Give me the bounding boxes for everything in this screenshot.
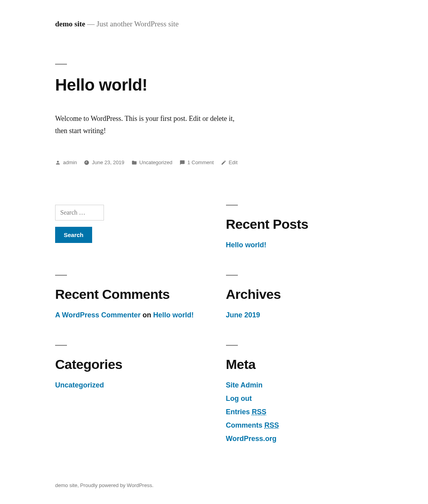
entries-rss-link[interactable]: Entries RSS: [226, 408, 267, 416]
footer-credit-link[interactable]: Proudly powered by WordPress.: [80, 482, 154, 488]
comment-icon: [180, 160, 185, 165]
on-text: on: [143, 311, 153, 319]
list-item: June 2019: [226, 310, 373, 321]
list-item: Log out: [226, 393, 373, 404]
recent-post-link[interactable]: Hello world!: [226, 241, 267, 249]
clock-icon: [84, 160, 89, 165]
tagline-separator: —: [87, 20, 96, 28]
search-input[interactable]: [55, 205, 104, 220]
post-title: Hello world!: [55, 76, 373, 94]
post: Hello world! Welcome to WordPress. This …: [55, 64, 373, 165]
widget-separator: [226, 345, 238, 346]
search-widget: Search: [55, 205, 202, 253]
categories-widget: Categories Uncategorized: [55, 345, 202, 447]
post-title-link[interactable]: Hello world!: [55, 76, 147, 94]
footer-separator: ,: [77, 482, 80, 488]
widget-separator: [226, 275, 238, 276]
rss-abbr: RSS: [252, 408, 267, 416]
person-icon: [55, 160, 61, 165]
comments-rss-link[interactable]: Comments RSS: [226, 421, 279, 429]
list-item: Site Admin: [226, 380, 373, 391]
widget-title: Recent Posts: [226, 217, 373, 232]
search-button[interactable]: Search: [55, 227, 92, 243]
list-item: Entries RSS: [226, 407, 373, 417]
archive-link[interactable]: June 2019: [226, 311, 260, 319]
comment-post-link[interactable]: Hello world!: [153, 311, 194, 319]
footer-widgets: Search Recent Posts Hello world! Recent …: [55, 205, 373, 447]
site-footer: demo site, Proudly powered by WordPress.: [55, 482, 373, 488]
post-content: Welcome to WordPress. This is your first…: [55, 113, 244, 137]
recent-comments-widget: Recent Comments A WordPress Commenter on…: [55, 275, 202, 323]
recent-posts-widget: Recent Posts Hello world!: [226, 205, 373, 253]
widget-title: Recent Comments: [55, 287, 202, 302]
meta-widget: Meta Site Admin Log out Entries RSS Comm…: [226, 345, 373, 447]
category-link[interactable]: Uncategorized: [139, 159, 172, 165]
meta-comments: 1 Comment: [180, 159, 214, 165]
post-separator: [55, 64, 67, 65]
list-item: Hello world!: [226, 240, 373, 250]
list-item: Uncategorized: [55, 380, 202, 391]
widget-separator: [55, 345, 67, 346]
site-admin-link[interactable]: Site Admin: [226, 381, 263, 389]
meta-edit: Edit: [221, 159, 237, 165]
edit-link[interactable]: Edit: [229, 159, 237, 165]
date-link[interactable]: June 23, 2019: [92, 159, 124, 165]
widget-title: Categories: [55, 357, 202, 372]
post-meta: admin June 23, 2019 Uncategorized 1 Comm…: [55, 159, 373, 165]
logout-link[interactable]: Log out: [226, 395, 252, 402]
folder-icon: [132, 160, 137, 165]
site-header: demo site — Just another WordPress site: [55, 20, 373, 28]
rss-abbr: RSS: [265, 421, 279, 429]
widget-separator: [55, 275, 67, 276]
comment-author-link[interactable]: A WordPress Commenter: [55, 311, 141, 319]
site-tagline: Just another WordPress site: [96, 20, 179, 28]
comments-link[interactable]: 1 Comment: [187, 159, 214, 165]
archives-widget: Archives June 2019: [226, 275, 373, 323]
list-item: A WordPress Commenter on Hello world!: [55, 310, 202, 321]
list-item: Comments RSS: [226, 420, 373, 431]
site-title-link[interactable]: demo site: [55, 20, 85, 28]
wordpress-org-link[interactable]: WordPress.org: [226, 435, 277, 443]
widget-title: Meta: [226, 357, 373, 372]
author-link[interactable]: admin: [63, 159, 77, 165]
meta-category: Uncategorized: [132, 159, 172, 165]
category-link[interactable]: Uncategorized: [55, 381, 104, 389]
meta-author: admin: [55, 159, 77, 165]
pencil-icon: [221, 160, 226, 165]
meta-date: June 23, 2019: [84, 159, 124, 165]
list-item: WordPress.org: [226, 434, 373, 444]
widget-separator: [226, 205, 238, 206]
widget-title: Archives: [226, 287, 373, 302]
footer-site-link[interactable]: demo site: [55, 482, 77, 488]
